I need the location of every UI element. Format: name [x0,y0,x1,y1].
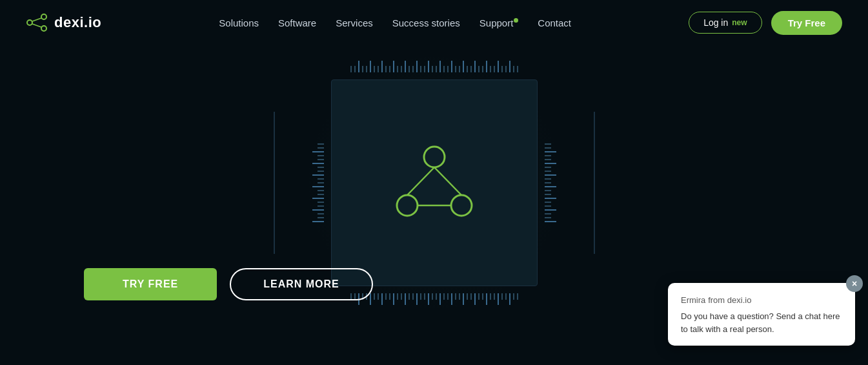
cta-learn-more-button[interactable]: LEARN MORE [230,268,373,300]
hero-section: dexi.io Solutions Software Services Succ… [0,0,868,365]
nav-services[interactable]: Services [336,17,373,28]
chip-board [331,79,538,286]
new-badge: new [732,18,747,27]
vline-left [274,112,275,254]
ticks-bottom [350,293,518,305]
svg-point-1 [41,14,46,19]
svg-line-9 [434,167,461,195]
pins-right [545,143,556,222]
svg-line-8 [407,167,434,195]
nav-solutions[interactable]: Solutions [219,17,259,28]
chat-message: Do you have a question? Send a chat here… [681,310,842,335]
logo-text: dexi.io [54,14,101,31]
svg-point-7 [451,195,472,216]
svg-point-2 [41,26,46,31]
svg-point-0 [27,20,32,25]
svg-point-6 [397,195,418,216]
logo-icon [26,13,49,32]
ticks-top [350,61,518,72]
main-nav: Solutions Software Services Success stor… [219,17,571,28]
site-header: dexi.io Solutions Software Services Succ… [0,0,868,45]
vline-right [594,112,595,254]
nav-support[interactable]: Support [479,17,519,28]
chat-close-button[interactable]: × [846,275,863,292]
svg-point-5 [424,147,445,167]
logo[interactable]: dexi.io [26,13,101,32]
chat-org: from dexi.io [708,295,751,305]
try-free-header-button[interactable]: Try Free [771,11,842,35]
chat-sender: Ermira from dexi.io [681,295,842,305]
cta-try-free-button[interactable]: TRY FREE [84,268,217,300]
circuit-graphic [208,0,660,365]
pins-left [312,143,324,222]
header-actions: Log in new Try Free [689,11,842,35]
svg-line-4 [32,24,41,27]
nav-software[interactable]: Software [278,17,316,28]
chat-widget: × Ermira from dexi.io Do you have a ques… [668,283,855,346]
network-graph-icon [383,138,486,228]
support-dot [514,18,518,23]
svg-line-3 [32,18,41,21]
nav-success-stories[interactable]: Success stories [392,17,460,28]
cta-buttons: TRY FREE LEARN MORE [84,268,373,300]
login-button[interactable]: Log in new [689,12,762,34]
nav-contact[interactable]: Contact [538,17,571,28]
